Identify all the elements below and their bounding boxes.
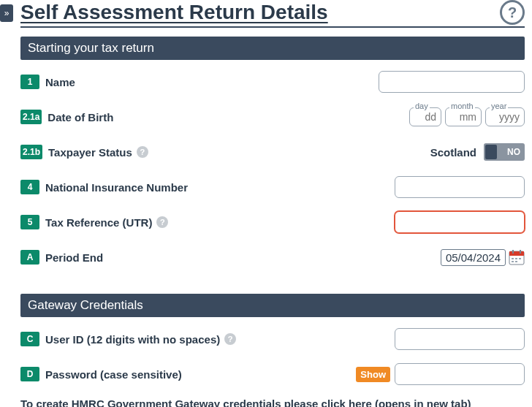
row-user-id: C User ID (12 digits with no spaces) ?: [20, 327, 525, 351]
question-icon[interactable]: ?: [137, 146, 148, 158]
dob-month-legend: month: [449, 102, 475, 110]
row-dob: 2.1a Date of Birth day month year: [20, 105, 525, 129]
section-header-gateway: Gateway Credentials: [20, 294, 525, 317]
row-taxpayer-status: 2.1b Taxpayer Status ? Scotland NO: [20, 140, 525, 164]
row-utr: 5 Tax Reference (UTR) ?: [20, 210, 525, 234]
toggle-knob: [485, 145, 497, 159]
dob-group: day month year: [409, 107, 525, 126]
svg-rect-1: [509, 251, 524, 256]
page-title: Self Assessment Return Details: [20, 1, 328, 24]
dob-day-legend: day: [414, 102, 430, 110]
svg-rect-6: [519, 258, 521, 259]
row-name: 1 Name: [20, 70, 525, 94]
utr-input[interactable]: [395, 211, 525, 233]
label-password: Password (case sensitive): [45, 368, 182, 381]
footer-suffix: (opens in new tab): [372, 398, 471, 407]
gateway-here-link[interactable]: here: [349, 398, 372, 407]
row-period-end: A Period End 05/04/2024: [20, 246, 525, 269]
label-nino: National Insurance Number: [45, 181, 188, 194]
title-row: Self Assessment Return Details ?: [20, 0, 525, 28]
field-number: 2.1a: [20, 110, 42, 124]
label-utr: Tax Reference (UTR): [45, 216, 152, 229]
gateway-footer-text: To create HMRC Government Gateway creden…: [20, 398, 525, 407]
svg-rect-5: [515, 258, 517, 259]
svg-rect-2: [512, 250, 514, 254]
field-number: 2.1b: [20, 145, 42, 159]
label-period-end: Period End: [45, 251, 103, 264]
field-number: C: [20, 332, 39, 346]
user-id-input[interactable]: [395, 328, 525, 350]
question-icon[interactable]: ?: [156, 216, 168, 228]
help-icon[interactable]: ?: [500, 0, 525, 25]
password-input[interactable]: [395, 363, 525, 385]
name-input[interactable]: [379, 71, 525, 93]
row-password: D Password (case sensitive) Show: [20, 362, 525, 386]
period-end-value: 05/04/2024: [441, 249, 506, 266]
calendar-icon[interactable]: [509, 249, 525, 265]
field-number: D: [20, 367, 39, 381]
nino-input[interactable]: [395, 176, 525, 198]
field-number: 5: [20, 215, 39, 229]
svg-rect-8: [515, 261, 517, 262]
field-number: 4: [20, 180, 39, 194]
svg-rect-4: [512, 258, 514, 259]
scotland-toggle[interactable]: NO: [484, 143, 525, 161]
section-header-starting: Starting your tax return: [20, 37, 525, 60]
field-number: A: [20, 250, 39, 265]
svg-rect-3: [520, 250, 521, 254]
dob-year-legend: year: [490, 102, 508, 110]
svg-rect-7: [512, 261, 514, 262]
footer-prefix: To create HMRC Government Gateway creden…: [20, 398, 349, 407]
toggle-value: NO: [507, 147, 520, 157]
field-number: 1: [20, 75, 39, 89]
show-password-button[interactable]: Show: [356, 367, 390, 382]
row-nino: 4 National Insurance Number: [20, 175, 525, 199]
label-name: Name: [45, 76, 75, 88]
label-user-id: User ID (12 digits with no spaces): [45, 333, 220, 346]
label-taxpayer-status: Taxpayer Status: [48, 146, 132, 159]
taxpayer-region: Scotland: [430, 146, 476, 159]
question-icon[interactable]: ?: [224, 333, 236, 345]
label-dob: Date of Birth: [48, 111, 113, 123]
